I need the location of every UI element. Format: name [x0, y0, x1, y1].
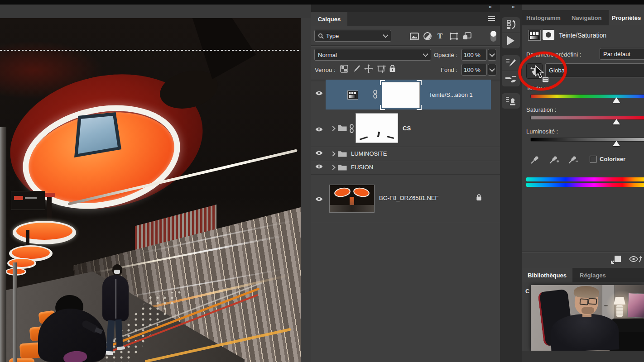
dock-actions-button[interactable]: [502, 33, 520, 48]
webcam-person-hair: [573, 286, 599, 299]
tab-bibliotheques-label: Bibliothèques: [528, 272, 567, 279]
blend-mode-value: Normal: [318, 52, 337, 58]
opacity-dropdown[interactable]: [488, 49, 496, 61]
clip-to-layer-button[interactable]: [610, 254, 622, 264]
layer-visibility-toggle[interactable]: [314, 127, 324, 132]
person-zipper: [115, 279, 116, 319]
chevron-right-icon[interactable]: [330, 165, 335, 170]
layer-mask-thumbnail[interactable]: [382, 82, 420, 108]
expand-panel-icon[interactable]: »: [489, 4, 492, 10]
lock-transparency-icon[interactable]: [340, 65, 348, 73]
lock-label: Verrou :: [315, 67, 336, 73]
opacity-input[interactable]: 100 %: [461, 49, 487, 61]
pasteboard-gutter: [301, 18, 311, 362]
photo-ceiling-beam: [177, 18, 256, 79]
collapse-dock-icon[interactable]: «: [512, 4, 515, 10]
tab-bibliotheques[interactable]: Bibliothèques: [522, 268, 572, 282]
tab-calques[interactable]: Calques: [311, 12, 347, 26]
fill-label: Fond :: [441, 67, 457, 73]
blend-mode-select[interactable]: Normal: [314, 49, 431, 61]
hidden-panel-partial-text: C: [525, 288, 529, 295]
hue-slider[interactable]: [531, 95, 644, 98]
eyedropper-subtract-button[interactable]: [566, 154, 580, 166]
layer-name: Teinte/S...ation 1: [429, 91, 473, 98]
filter-image-icon[interactable]: [410, 33, 419, 40]
webcam-lamp-shade: [614, 297, 625, 305]
clone-source-icon: [505, 95, 516, 106]
brush-presets-icon: [505, 57, 516, 68]
chevron-right-icon[interactable]: [330, 151, 335, 156]
folder-icon: [337, 124, 347, 132]
person-leg: [106, 320, 115, 353]
layer-filter-select[interactable]: Type: [314, 30, 391, 42]
eyedropper-add-button[interactable]: [547, 154, 561, 166]
lock-all-icon[interactable]: [389, 64, 396, 72]
layer-row-group-cs[interactable]: CS: [326, 111, 491, 146]
lock-position-icon[interactable]: [364, 64, 373, 73]
fill-dropdown[interactable]: [488, 64, 496, 76]
canvas-area[interactable]: [0, 5, 311, 362]
person-shoe: [117, 346, 125, 350]
eyedropper-button[interactable]: [528, 154, 542, 166]
saturation-slider-thumb[interactable]: [613, 119, 620, 124]
top-strip: [0, 0, 644, 5]
eyedropper-icon: [530, 155, 539, 164]
layer-filter-value: Type: [326, 33, 339, 39]
layer-visibility-toggle[interactable]: [314, 90, 324, 96]
photo-document[interactable]: [0, 18, 301, 362]
photo-pole-left: [0, 127, 6, 362]
lock-pixels-brush-icon[interactable]: [353, 64, 361, 73]
layer-name: FUSION: [351, 164, 373, 171]
group-mask-thumbnail[interactable]: [356, 113, 398, 143]
eye-icon: [315, 196, 323, 202]
eye-icon: [315, 90, 323, 96]
layer-visibility-toggle[interactable]: [314, 196, 324, 202]
filter-type-icon[interactable]: T: [437, 32, 442, 41]
layer-row-background[interactable]: BG-F8_ORZ6581.NEF: [326, 182, 491, 214]
lightness-label: Luminosité :: [526, 128, 558, 135]
layer-visibility-toggle[interactable]: [314, 164, 324, 169]
filter-smart-object-icon[interactable]: [463, 32, 471, 40]
toggle-visibility-button[interactable]: [629, 254, 642, 264]
lock-artboard-icon[interactable]: [377, 65, 386, 73]
cursor-list-badge: [542, 77, 549, 83]
webcam-artwork: [627, 293, 644, 318]
webcam-person-glasses: [580, 298, 589, 305]
webcam-overlay: [531, 285, 644, 351]
lightness-slider[interactable]: [531, 138, 644, 141]
layer-visibility-toggle[interactable]: [314, 150, 324, 156]
layer-row-group-luminosite[interactable]: LUMINOSITE: [326, 148, 491, 160]
panel-menu-icon[interactable]: [488, 16, 495, 22]
fill-input[interactable]: 100 %: [461, 64, 487, 76]
selection-marching-ants: [0, 50, 301, 51]
preset-value: Par défaut: [603, 51, 630, 57]
person-leg: [115, 319, 123, 349]
webcam-person-glasses: [588, 298, 597, 305]
clip-to-layer-icon: [610, 254, 622, 264]
spectrum-bar-top: [526, 177, 644, 181]
lightness-slider-thumb[interactable]: [613, 141, 620, 146]
filter-shape-icon[interactable]: [449, 32, 458, 40]
chevron-right-icon[interactable]: [330, 126, 335, 131]
tab-navigation[interactable]: Navigation: [572, 14, 601, 21]
dock-clone-source-button[interactable]: [502, 93, 520, 109]
dock-history-button[interactable]: [502, 17, 520, 33]
colorize-checkbox[interactable]: [590, 156, 597, 163]
filter-adjustment-icon[interactable]: [423, 32, 432, 40]
hue-slider-thumb[interactable]: [613, 97, 620, 103]
tab-properties[interactable]: Propriétés: [609, 10, 644, 25]
saturation-slider[interactable]: [531, 116, 644, 119]
dock-brush-presets-button[interactable]: [502, 55, 520, 71]
adjustment-type-icon: [528, 30, 541, 41]
tab-reglages[interactable]: Réglages: [580, 272, 606, 279]
search-icon: [318, 33, 324, 39]
tab-histogram[interactable]: Histogramm: [526, 14, 561, 21]
filter-toggle-switch[interactable]: [490, 31, 496, 42]
layer-row-group-fusion[interactable]: FUSION: [326, 161, 491, 174]
adjustment-layer-icon: [347, 90, 358, 100]
layer-thumbnail[interactable]: [329, 185, 375, 213]
preset-select[interactable]: Par défaut: [600, 48, 644, 60]
dock-brush-settings-button[interactable]: [502, 71, 520, 86]
link-icon: [349, 123, 354, 134]
layer-row-adjustment[interactable]: Teinte/S...ation 1: [326, 80, 491, 110]
